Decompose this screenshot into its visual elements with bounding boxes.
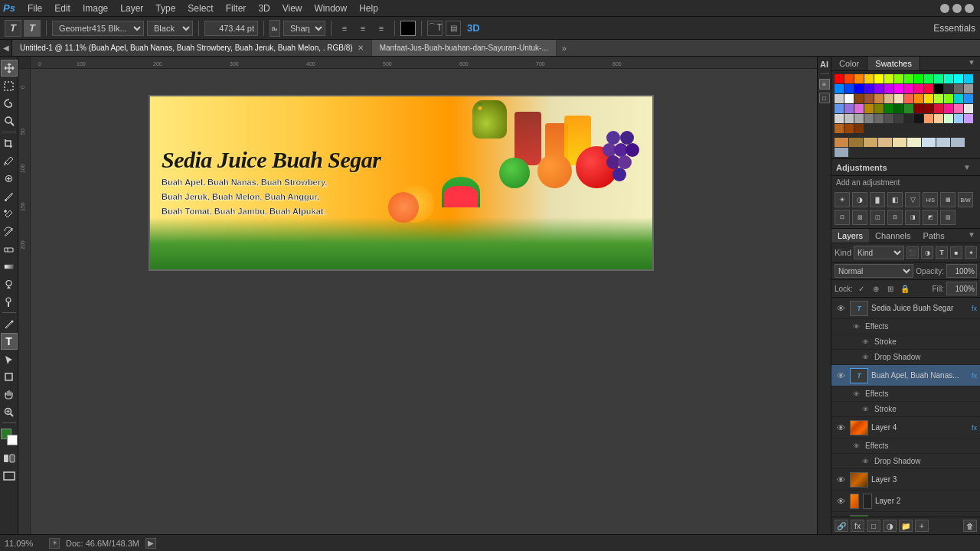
text-tool[interactable]: T [1,333,18,350]
swatch-64[interactable] [914,114,923,123]
adj-colorbalance[interactable]: ▩ [940,192,956,207]
swatch-16[interactable] [854,84,864,93]
swatch-62[interactable] [894,114,903,123]
layer-eye-4[interactable]: 👁 [835,422,847,434]
swatch-9[interactable] [924,74,933,83]
swatch-brown2[interactable] [849,138,863,147]
add-mask-btn[interactable]: □ [867,520,880,532]
swatch-tan1[interactable] [864,138,877,147]
layer-eye-buah[interactable]: 👁 [835,370,847,382]
swatch-28[interactable] [835,94,844,103]
quick-select-tool[interactable] [1,112,18,129]
warp-text-btn[interactable]: ⌒T [427,21,443,36]
stamp-tool[interactable] [1,205,18,222]
add-style-btn[interactable]: fx [851,520,864,532]
crop-tool[interactable] [1,135,18,152]
menu-layer[interactable]: Layer [114,2,149,15]
adj-hsl[interactable]: H/S [923,192,938,207]
swatch-42[interactable] [835,104,844,113]
adj-colorlookup[interactable]: ◫ [870,210,885,225]
adj-threshold[interactable]: ◩ [923,210,938,225]
swatch-3[interactable] [864,74,874,83]
anti-alias-select[interactable]: Sharp [283,21,325,36]
layer-item-3[interactable]: 👁 Layer 3 [831,469,980,491]
align-right-btn[interactable]: ≡ [374,21,389,36]
font-style-select[interactable]: Black [147,21,193,36]
layer-sub-buah-effects[interactable]: 👁 Effects [831,386,980,402]
swatch-cream[interactable] [907,138,921,147]
swatch-67[interactable] [944,114,953,123]
swatch-24[interactable] [934,84,943,93]
swatch-61[interactable] [884,114,893,123]
align-center-btn[interactable]: ≡ [355,21,371,36]
lock-pixels-btn[interactable]: ✓ [855,282,867,295]
dodge-tool[interactable] [1,293,18,310]
adj-vibrance[interactable]: ▽ [905,192,920,207]
swatch-2[interactable] [854,74,864,83]
swatch-63[interactable] [904,114,913,123]
eraser-tool[interactable] [1,240,18,257]
layer-sub-eye-1[interactable]: 👁 [853,323,862,331]
swatch-72[interactable] [854,124,864,133]
text-tool-btn[interactable]: T [5,20,21,37]
swatch-19[interactable] [884,84,893,93]
swatch-43[interactable] [844,104,854,113]
swatch-18[interactable] [874,84,884,93]
new-layer-btn[interactable]: + [915,520,929,532]
swatch-12[interactable] [954,74,963,83]
swatch-11[interactable] [944,74,953,83]
swatch-20[interactable] [894,84,903,93]
swatch-brown1[interactable] [835,138,848,147]
align-left-btn[interactable]: ≡ [337,21,352,36]
swatch-21[interactable] [904,84,913,93]
pen-tool[interactable] [1,315,18,332]
swatch-17[interactable] [864,84,874,93]
swatch-22[interactable] [914,84,923,93]
menu-image[interactable]: Image [77,2,114,15]
swatch-57[interactable] [844,114,854,123]
filter-shape-icon[interactable]: ■ [950,246,962,259]
font-family-select[interactable]: Geometr415 Blk... [52,21,144,36]
channels-tab[interactable]: Channels [869,229,916,243]
swatch-27[interactable] [964,84,973,93]
status-arrow-btn[interactable]: ▶ [145,538,156,549]
font-size-input[interactable] [204,21,258,36]
adjustments-collapse[interactable]: ▼ [959,161,975,173]
standard-mode-btn[interactable] [1,450,18,467]
fill-input[interactable] [946,282,977,295]
layer-item-4[interactable]: 👁 Layer 4 fx [831,417,980,439]
swatch-66[interactable] [934,114,943,123]
swatch-37[interactable] [924,94,933,103]
hand-tool[interactable] [1,386,18,403]
swatch-47[interactable] [884,104,893,113]
swatch-23[interactable] [924,84,933,93]
layers-tab[interactable]: Layers [831,229,869,243]
swatch-14[interactable] [835,84,844,93]
adj-channelmixer[interactable]: ▧ [852,210,867,225]
swatch-71[interactable] [844,124,854,133]
layer-sub-4-dropshadow[interactable]: 👁 Drop Shadow [831,454,980,469]
close-btn[interactable] [965,4,974,13]
swatch-50[interactable] [914,104,923,113]
strip-btn-2[interactable]: □ [819,93,830,103]
restore-btn[interactable] [952,4,962,13]
adj-levels[interactable]: ▐▌ [870,192,885,207]
color-panel-collapse[interactable]: ▼ [963,57,980,70]
filter-select[interactable]: Kind [854,246,904,259]
swatch-10[interactable] [934,74,943,83]
layer-sub-eye-6[interactable]: 👁 [853,442,862,450]
swatch-54[interactable] [954,104,963,113]
swatches-tab[interactable]: Swatches [867,57,920,70]
swatch-1[interactable] [844,74,854,83]
create-group-btn[interactable]: 📁 [899,520,913,532]
swatch-52[interactable] [934,104,943,113]
swatch-60[interactable] [874,114,884,123]
swatch-gray1[interactable] [951,138,965,147]
layer-sub-4-effects[interactable]: 👁 Effects [831,439,980,454]
adj-photofilter[interactable]: ⊡ [835,210,850,225]
link-layers-btn[interactable]: 🔗 [835,520,848,532]
adj-invert[interactable]: ⊟ [887,210,903,225]
lock-position-btn[interactable]: ⊕ [870,282,882,295]
move-tool[interactable] [1,60,18,77]
swatch-gray2[interactable] [835,148,848,157]
